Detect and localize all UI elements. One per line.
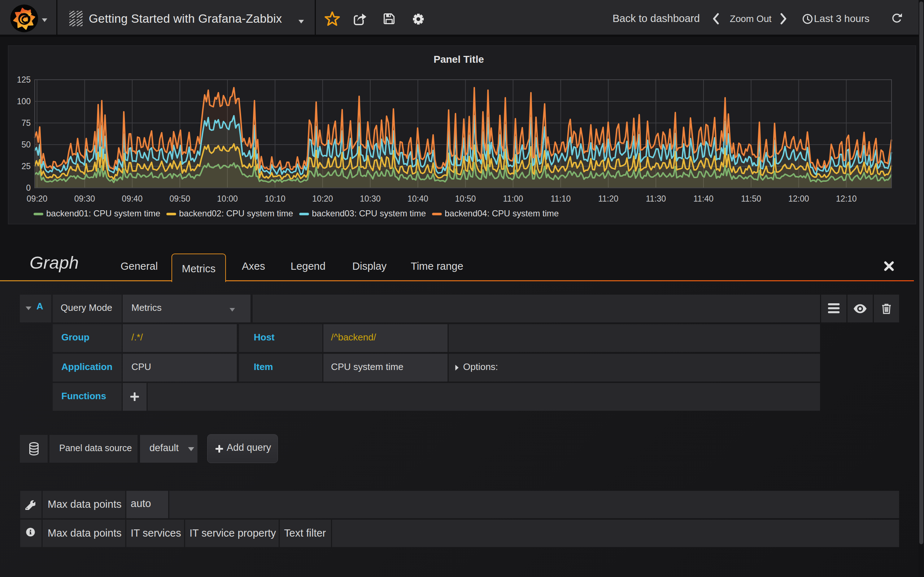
svg-text:10:10: 10:10: [265, 194, 286, 203]
svg-text:11:30: 11:30: [646, 194, 666, 203]
svg-text:11:00: 11:00: [503, 194, 523, 203]
svg-text:10:00: 10:00: [217, 194, 238, 203]
svg-text:09:30: 09:30: [74, 194, 95, 203]
svg-text:100: 100: [17, 97, 31, 106]
svg-text:10:50: 10:50: [455, 194, 476, 203]
svg-text:11:40: 11:40: [693, 194, 714, 203]
svg-text:11:10: 11:10: [551, 194, 571, 203]
svg-text:09:20: 09:20: [27, 194, 48, 203]
svg-text:10:20: 10:20: [312, 194, 333, 203]
svg-text:09:50: 09:50: [170, 194, 191, 203]
svg-text:11:20: 11:20: [598, 194, 618, 203]
svg-text:12:00: 12:00: [788, 194, 809, 203]
svg-text:25: 25: [21, 161, 31, 171]
svg-text:50: 50: [21, 140, 31, 149]
svg-text:09:40: 09:40: [122, 194, 143, 203]
svg-text:10:40: 10:40: [407, 194, 428, 203]
svg-text:75: 75: [21, 118, 31, 128]
svg-text:12:10: 12:10: [836, 194, 857, 203]
svg-text:0: 0: [26, 183, 31, 193]
svg-text:10:30: 10:30: [360, 194, 381, 203]
svg-text:11:50: 11:50: [741, 194, 761, 203]
svg-text:125: 125: [17, 75, 31, 84]
